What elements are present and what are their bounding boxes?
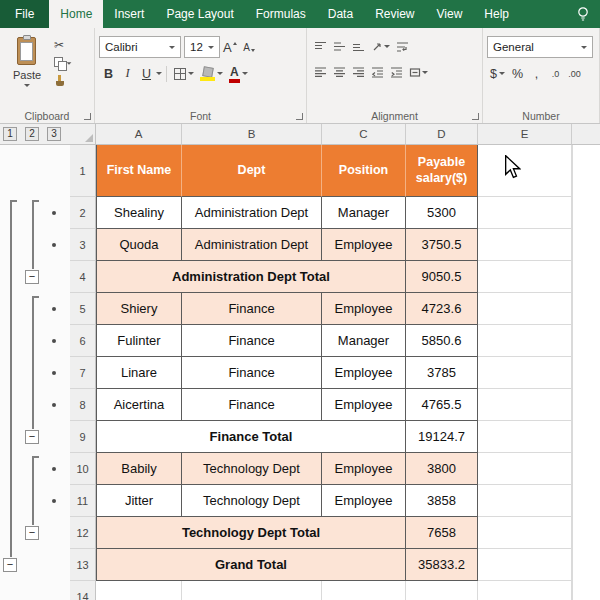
decrease-font-size-button[interactable]: A xyxy=(240,37,259,58)
row-header-14[interactable]: 14 xyxy=(70,581,96,600)
cell-E2[interactable] xyxy=(478,197,572,229)
cell-B1[interactable]: Dept xyxy=(182,145,322,197)
cell-E10[interactable] xyxy=(478,453,572,485)
cell-C6[interactable]: Manager xyxy=(322,325,406,357)
tab-help[interactable]: Help xyxy=(473,0,520,28)
cell-E5[interactable] xyxy=(478,293,572,325)
cell-F4[interactable] xyxy=(572,261,573,293)
collapse-button-row-4[interactable]: − xyxy=(25,270,39,284)
collapse-button-row-12[interactable]: − xyxy=(25,526,39,540)
italic-button[interactable]: I xyxy=(118,63,137,84)
format-painter-button[interactable] xyxy=(54,72,72,90)
cell-B2[interactable]: Administration Dept xyxy=(182,197,322,229)
cell-E14[interactable] xyxy=(478,581,572,600)
row-header-10[interactable]: 10 xyxy=(70,453,96,485)
number-format-select[interactable]: General xyxy=(487,36,593,58)
cell-E1[interactable] xyxy=(478,145,572,197)
accounting-format-button[interactable]: $ xyxy=(487,63,508,84)
font-color-button[interactable]: A xyxy=(226,63,251,84)
cell-C10[interactable]: Employee xyxy=(322,453,406,485)
cell-D2[interactable]: 5300 xyxy=(406,197,478,229)
merge-center-button[interactable] xyxy=(406,62,431,83)
cell-B6[interactable]: Finance xyxy=(182,325,322,357)
clipboard-dialog-launcher[interactable] xyxy=(82,111,92,121)
row-header-7[interactable]: 7 xyxy=(70,357,96,389)
tab-home[interactable]: Home xyxy=(49,0,103,28)
row-header-12[interactable]: 12 xyxy=(70,517,96,549)
row-header-9[interactable]: 9 xyxy=(70,421,96,453)
align-right-button[interactable] xyxy=(349,62,368,83)
orientation-button[interactable] xyxy=(368,36,393,57)
cell-F13[interactable] xyxy=(572,549,573,581)
percent-style-button[interactable]: % xyxy=(508,63,527,84)
cell-B14[interactable] xyxy=(182,581,322,600)
collapse-button-row-13[interactable]: − xyxy=(3,558,17,572)
cell-A7[interactable]: Linare xyxy=(96,357,182,389)
font-dialog-launcher[interactable] xyxy=(294,111,304,121)
row-header-8[interactable]: 8 xyxy=(70,389,96,421)
cell-E11[interactable] xyxy=(478,485,572,517)
tab-review[interactable]: Review xyxy=(364,0,425,28)
cell-F2[interactable] xyxy=(572,197,573,229)
column-header-D[interactable]: D xyxy=(406,124,478,145)
cell-E12[interactable] xyxy=(478,517,572,549)
alignment-dialog-launcher[interactable] xyxy=(470,111,480,121)
middle-align-button[interactable] xyxy=(330,36,349,57)
cell-A5[interactable]: Shiery xyxy=(96,293,182,325)
cell-C8[interactable]: Employee xyxy=(322,389,406,421)
cell-D10[interactable]: 3800 xyxy=(406,453,478,485)
cell-A4-subtotal-label[interactable]: Administration Dept Total xyxy=(96,261,406,293)
decrease-indent-button[interactable] xyxy=(368,62,387,83)
cell-A9-subtotal-label[interactable]: Finance Total xyxy=(96,421,406,453)
row-header-13[interactable]: 13 xyxy=(70,549,96,581)
cell-B11[interactable]: Technology Dept xyxy=(182,485,322,517)
cell-E13[interactable] xyxy=(478,549,572,581)
comma-style-button[interactable]: , xyxy=(527,63,546,84)
cell-C2[interactable]: Manager xyxy=(322,197,406,229)
cell-E9[interactable] xyxy=(478,421,572,453)
cell-D13[interactable]: 35833.2 xyxy=(406,549,478,581)
cell-C1[interactable]: Position xyxy=(322,145,406,197)
cell-A2[interactable]: Shealiny xyxy=(96,197,182,229)
cell-F12[interactable] xyxy=(572,517,573,549)
cell-E4[interactable] xyxy=(478,261,572,293)
column-header-partial[interactable] xyxy=(572,124,600,145)
outline-level-button-2[interactable]: 2 xyxy=(25,127,39,141)
cell-F5[interactable] xyxy=(572,293,573,325)
cell-A11[interactable]: Jitter xyxy=(96,485,182,517)
row-header-6[interactable]: 6 xyxy=(70,325,96,357)
cell-F14[interactable] xyxy=(572,581,573,600)
collapse-button-row-9[interactable]: − xyxy=(25,430,39,444)
tab-page-layout[interactable]: Page Layout xyxy=(155,0,244,28)
tab-view[interactable]: View xyxy=(426,0,474,28)
cell-C3[interactable]: Employee xyxy=(322,229,406,261)
cell-B8[interactable]: Finance xyxy=(182,389,322,421)
font-name-select[interactable]: Calibri xyxy=(99,36,181,58)
tell-me-button[interactable] xyxy=(566,0,600,28)
cell-E6[interactable] xyxy=(478,325,572,357)
outline-level-button-1[interactable]: 1 xyxy=(3,127,17,141)
row-header-3[interactable]: 3 xyxy=(70,229,96,261)
top-align-button[interactable] xyxy=(311,36,330,57)
select-all-button[interactable] xyxy=(70,124,96,145)
align-left-button[interactable] xyxy=(311,62,330,83)
cell-C5[interactable]: Employee xyxy=(322,293,406,325)
cell-E3[interactable] xyxy=(478,229,572,261)
cell-D4[interactable]: 9050.5 xyxy=(406,261,478,293)
decrease-decimal-button[interactable]: .00 xyxy=(565,63,584,84)
column-header-B[interactable]: B xyxy=(182,124,322,145)
cell-D14[interactable] xyxy=(406,581,478,600)
cell-C11[interactable]: Employee xyxy=(322,485,406,517)
cell-B10[interactable]: Technology Dept xyxy=(182,453,322,485)
align-center-button[interactable] xyxy=(330,62,349,83)
row-header-4[interactable]: 4 xyxy=(70,261,96,293)
cell-D6[interactable]: 5850.6 xyxy=(406,325,478,357)
column-header-E[interactable]: E xyxy=(478,124,572,145)
cut-button[interactable]: ✂ xyxy=(54,36,72,54)
cell-D9[interactable]: 19124.7 xyxy=(406,421,478,453)
tab-insert[interactable]: Insert xyxy=(103,0,155,28)
column-header-C[interactable]: C xyxy=(322,124,406,145)
cell-F6[interactable] xyxy=(572,325,573,357)
cell-D1[interactable]: Payable salary($) xyxy=(406,145,478,197)
increase-decimal-button[interactable]: .0 xyxy=(546,63,565,84)
